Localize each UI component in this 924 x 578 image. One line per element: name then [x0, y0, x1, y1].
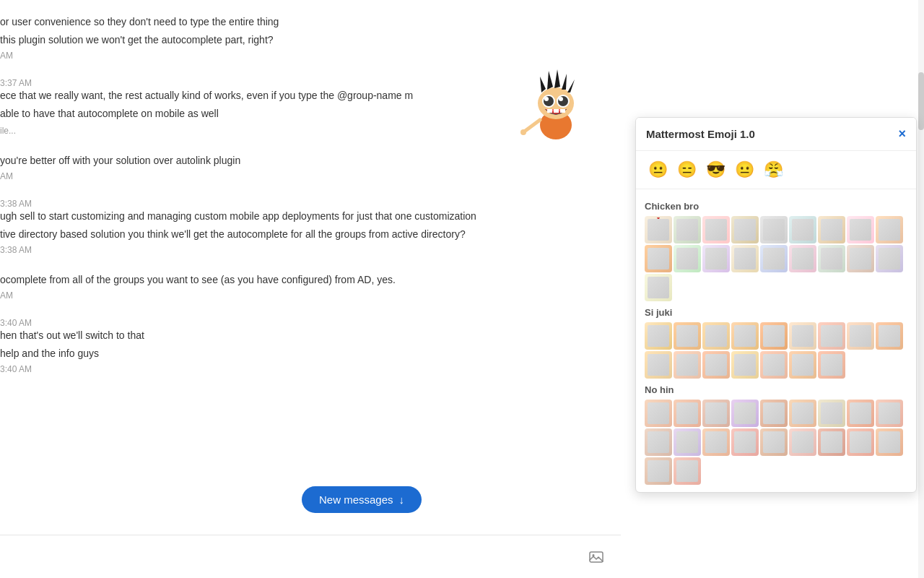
svg-marker-5 [562, 74, 567, 90]
message-text-8: ocomplete from all of the groups you wan… [0, 272, 606, 288]
list-item[interactable] [674, 400, 701, 427]
list-item[interactable] [760, 216, 788, 243]
list-item[interactable] [645, 274, 672, 301]
svg-point-24 [653, 225, 657, 231]
message-time: AM [0, 51, 606, 61]
emoji-body[interactable]: Chicken bro [636, 189, 916, 492]
list-item[interactable] [876, 216, 903, 243]
message-block-3: you're better off with your solution ove… [0, 153, 606, 181]
list-item[interactable] [645, 351, 672, 379]
list-item[interactable] [674, 322, 701, 350]
list-item[interactable] [876, 400, 903, 427]
message-block-5: ocomplete from all of the groups you wan… [0, 272, 606, 301]
svg-rect-13 [547, 109, 552, 113]
list-item[interactable] [847, 245, 874, 272]
list-item[interactable] [818, 245, 845, 272]
svg-point-35 [650, 407, 666, 423]
list-item[interactable] [760, 245, 788, 272]
svg-marker-6 [567, 79, 575, 92]
list-item[interactable] [847, 322, 874, 350]
list-item[interactable] [645, 400, 672, 427]
svg-marker-2 [540, 77, 546, 92]
list-item[interactable] [818, 428, 845, 456]
message-time-5: AM [0, 290, 606, 301]
emoji-popup-title: Mattermost Emoji 1.0 [646, 128, 755, 140]
new-messages-label: New messages [319, 493, 393, 506]
emoji-grid-chicken-bro [645, 216, 907, 301]
image-button[interactable] [583, 544, 609, 570]
list-item[interactable] [760, 351, 788, 379]
emoji-item-smirk[interactable]: 😐 [731, 157, 757, 183]
list-item[interactable] [702, 322, 730, 350]
list-item[interactable] [702, 428, 730, 456]
svg-point-11 [544, 97, 549, 101]
list-item[interactable] [818, 216, 845, 243]
section-title-si-juki: Si juki [645, 307, 907, 318]
list-item[interactable] [760, 428, 788, 456]
list-item[interactable] [702, 351, 730, 379]
list-item[interactable] [818, 400, 845, 427]
new-messages-button[interactable]: New messages ↓ [302, 486, 422, 513]
new-messages-arrow: ↓ [399, 493, 405, 506]
list-item[interactable] [818, 322, 845, 350]
svg-point-26 [653, 227, 656, 230]
list-item[interactable] [789, 216, 816, 243]
message-text-6: ugh sell to start customizing and managi… [0, 209, 606, 224]
list-item[interactable] [789, 400, 816, 427]
list-item[interactable] [731, 428, 759, 456]
list-item[interactable] [645, 216, 672, 243]
svg-point-40 [651, 403, 666, 410]
svg-line-16 [523, 120, 540, 132]
list-item[interactable] [674, 245, 701, 272]
list-item[interactable] [789, 245, 816, 272]
emoji-popup-close-button[interactable]: × [898, 126, 906, 142]
list-item[interactable] [847, 216, 874, 243]
list-item[interactable] [876, 245, 903, 272]
list-item[interactable] [731, 400, 759, 427]
list-item[interactable] [674, 216, 701, 243]
list-item[interactable] [674, 351, 701, 379]
list-item[interactable] [702, 216, 730, 243]
chat-area: or user convenience so they don't need t… [0, 0, 621, 549]
scrollbar-thumb[interactable] [918, 72, 924, 130]
emoji-grid-si-juki [645, 322, 907, 379]
list-item[interactable] [876, 322, 903, 350]
list-item[interactable] [847, 400, 874, 427]
svg-marker-4 [554, 69, 560, 88]
list-item[interactable] [847, 428, 874, 456]
list-item[interactable] [760, 400, 788, 427]
svg-point-30 [653, 332, 657, 338]
list-item[interactable] [674, 428, 701, 456]
svg-point-37 [661, 412, 664, 416]
list-item[interactable] [702, 245, 730, 272]
scrollbar-track[interactable] [918, 0, 924, 578]
list-item[interactable] [645, 457, 672, 485]
list-item[interactable] [731, 245, 759, 272]
message-time-3: AM [0, 171, 606, 181]
list-item[interactable] [789, 351, 816, 379]
list-item[interactable] [789, 428, 816, 456]
list-item[interactable] [760, 322, 788, 350]
emoji-item-neutral[interactable]: 😑 [674, 157, 699, 183]
emoji-item-sunglasses[interactable]: 😎 [702, 157, 728, 183]
section-title-no-hin: No hin [645, 384, 907, 395]
avatar-sticker [520, 64, 592, 143]
list-item[interactable] [674, 457, 701, 485]
emoji-popup-header: Mattermost Emoji 1.0 × [636, 118, 916, 151]
emoji-item-expressionless[interactable]: 😐 [645, 157, 671, 183]
list-item[interactable] [645, 245, 672, 272]
list-item[interactable] [789, 322, 816, 350]
message-input[interactable] [0, 545, 583, 578]
svg-point-22 [593, 554, 595, 556]
emoji-item-triumph[interactable]: 😤 [760, 157, 786, 183]
list-item[interactable] [876, 428, 903, 456]
list-item[interactable] [645, 428, 672, 456]
list-item[interactable] [731, 351, 759, 379]
emoji-top-row: 😐 😑 😎 😐 😤 [636, 151, 916, 189]
list-item[interactable] [731, 322, 759, 350]
list-item[interactable] [818, 351, 845, 379]
list-item[interactable] [702, 400, 730, 427]
svg-point-38 [654, 413, 656, 415]
list-item[interactable] [731, 216, 759, 243]
list-item[interactable] [645, 322, 672, 350]
